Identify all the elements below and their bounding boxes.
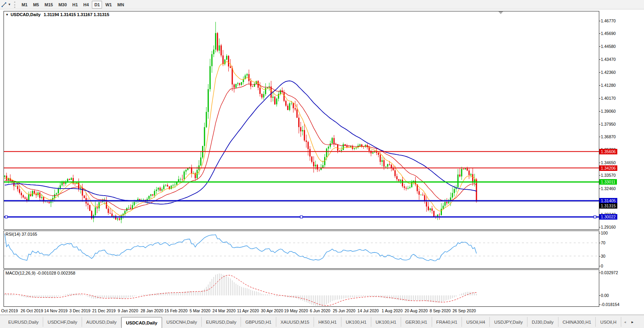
date-label: 26 Sep 2020 — [452, 308, 476, 313]
price-tick-label: 1.37950 — [601, 122, 616, 126]
date-label: 3 Dec 2019 — [69, 308, 91, 313]
date-label: 14 Jul 2020 — [358, 308, 379, 313]
axis-tick — [599, 295, 600, 296]
timeframe-button-m30[interactable]: M30 — [56, 1, 69, 9]
date-label: 28 Jan 2020 — [140, 308, 163, 313]
chart-tab-uk100-h1[interactable]: UK100,H1 — [341, 317, 371, 327]
chart-tab-eurusd-daily[interactable]: EURUSD,Daily — [202, 317, 241, 327]
chart-tab-fra40-h1[interactable]: FRA40,H1 — [432, 317, 462, 327]
price-tick-label: 1.36870 — [601, 134, 616, 139]
date-axis: 8 Oct 201926 Oct 201914 Nov 20193 Dec 20… — [0, 308, 644, 314]
timeframe-button-h1[interactable]: H1 — [70, 1, 80, 9]
rsi-tick-label: 100 — [601, 231, 608, 235]
price-tick-label: 1.43470 — [601, 57, 616, 62]
top-toolbar: ▼ M1M5M15M30H1H4D1W1MN — [0, 0, 644, 9]
chart-tab-usdcad-daily[interactable]: USDCAD,Daily — [121, 317, 162, 328]
date-label: 24 Mar 2020 — [212, 308, 235, 313]
price-tick-label: 1.45690 — [601, 31, 616, 36]
level-price-tag: 1.30022 — [599, 214, 617, 220]
draw-tool-icon[interactable] — [0, 1, 7, 8]
date-label: 6 Jun 2020 — [310, 308, 330, 313]
axis-tick — [599, 98, 600, 99]
chart-tab-eurusd-daily[interactable]: EURUSD,Daily — [4, 317, 43, 327]
axis-tick — [599, 273, 600, 273]
symbol-timeframe-label: USDCAD,Daily — [11, 12, 40, 17]
tab-scroll-right-icon[interactable]: ▸ — [629, 317, 636, 327]
chart-tab-usoil-h4[interactable]: USOil,H4 — [462, 317, 490, 327]
axis-tick — [599, 46, 600, 47]
chart-title: ▼USDCAD,Daily1.31194 1.31415 1.31167 1.3… — [5, 12, 109, 17]
date-label: 21 Dec 2019 — [92, 308, 116, 313]
chart-tab-audusd-daily[interactable]: AUDUSD,Daily — [82, 317, 121, 327]
price-tick-label: 1.40170 — [601, 96, 616, 101]
timeframe-button-group: M1M5M15M30H1H4D1W1MN — [19, 1, 127, 9]
timeframe-button-mn[interactable]: MN — [115, 1, 126, 9]
chart-tab-usoil-h[interactable]: USOil,H — [596, 317, 621, 327]
chart-shift-marker-icon — [498, 11, 503, 14]
axis-tick — [599, 59, 600, 60]
rsi-title: RSI(14) 37.0165 — [5, 232, 37, 236]
chart-tab-dj30-daily[interactable]: DJ30,Daily — [527, 317, 558, 327]
date-label: 9 Jan 2020 — [118, 308, 138, 313]
timeframe-button-w1[interactable]: W1 — [103, 1, 114, 9]
axis-tick — [599, 137, 600, 137]
chart-tab-china300-h1[interactable]: CHINA300,H1 — [558, 317, 596, 327]
axis-tick — [599, 189, 600, 189]
tab-scroll-left-icon[interactable]: ◂ — [621, 317, 629, 327]
rsi-tick-label: 0 — [601, 264, 603, 268]
axis-tick — [599, 72, 600, 73]
date-label: 1 Aug 2020 — [382, 308, 403, 313]
date-label: 15 Feb 2020 — [164, 308, 188, 313]
axis-tick — [599, 163, 600, 163]
date-label: 19 May 2020 — [284, 308, 308, 313]
axis-tick — [599, 243, 600, 243]
rsi-panel[interactable] — [4, 231, 599, 269]
axis-tick — [599, 21, 600, 21]
chart-tab-usdcnh-daily[interactable]: USDCNH,Daily — [162, 317, 202, 327]
axis-tick — [599, 266, 600, 266]
chart-tab-ger30-h1[interactable]: GER30,H1 — [401, 317, 432, 327]
rsi-tick-label: 70 — [601, 240, 606, 245]
axis-tick — [599, 256, 600, 257]
chevron-down-icon[interactable]: ▼ — [8, 3, 11, 6]
collapse-icon[interactable]: ▼ — [5, 13, 9, 16]
date-label: 20 Aug 2020 — [405, 308, 428, 313]
axis-tick — [599, 111, 600, 112]
axis-tick — [599, 124, 600, 125]
timeframe-button-m15[interactable]: M15 — [42, 1, 55, 9]
level-price-tag: 1.34206 — [599, 165, 617, 171]
price-tick-label: 1.42360 — [601, 70, 616, 75]
timeframe-button-m5[interactable]: M5 — [31, 1, 41, 9]
macd-tick-label: 0.00 — [601, 293, 609, 298]
chart-tab-uk100-h1[interactable]: UK100,H1 — [371, 317, 401, 327]
chart-tab-hk50-h1[interactable]: HK50,H1 — [314, 317, 341, 327]
chart-window: ▼USDCAD,Daily1.31194 1.31415 1.31167 1.3… — [0, 9, 644, 315]
chart-tab-usdchf-daily[interactable]: USDCHF,Daily — [43, 317, 82, 327]
chart-tab-usdjpy-daily[interactable]: USDJPY,Daily — [490, 317, 527, 327]
ohlc-values: 1.31194 1.31415 1.31167 1.31315 — [44, 12, 109, 17]
price-tick-label: 1.29160 — [601, 225, 616, 229]
chart-tab-xauusd-m15[interactable]: XAUUSD,M15 — [276, 317, 314, 327]
timeframe-button-h4[interactable]: H4 — [81, 1, 91, 9]
price-tick-label: 1.41280 — [601, 83, 616, 88]
current-price-tag: 1.31315 — [599, 203, 617, 209]
axis-tick — [599, 33, 600, 34]
date-label: 26 Oct 2019 — [21, 308, 43, 313]
date-label: 8 Sep 2020 — [430, 308, 451, 313]
chart-tab-gbpusd-h1[interactable]: GBPUSD,H1 — [241, 317, 276, 327]
toolbar-grip-handle[interactable] — [14, 2, 16, 8]
axis-tick — [599, 227, 600, 227]
price-tick-label: 1.44580 — [601, 44, 616, 49]
axis-tick — [599, 175, 600, 176]
macd-panel[interactable] — [4, 269, 599, 307]
price-tick-label: 1.39060 — [601, 109, 616, 114]
level-price-tag: 1.33011 — [599, 179, 617, 185]
chart-tab-bar: EURUSD,DailyUSDCHF,DailyAUDUSD,DailyUSDC… — [0, 315, 644, 328]
macd-title: MACD(12,26,9) -0.001028 0.002358 — [5, 271, 75, 275]
rsi-tick-label: 30 — [601, 254, 606, 258]
axis-tick — [599, 85, 600, 86]
main-chart-panel[interactable] — [4, 11, 599, 230]
date-label: 14 Nov 2019 — [44, 308, 68, 313]
timeframe-button-m1[interactable]: M1 — [19, 1, 30, 9]
timeframe-button-d1[interactable]: D1 — [92, 1, 102, 9]
